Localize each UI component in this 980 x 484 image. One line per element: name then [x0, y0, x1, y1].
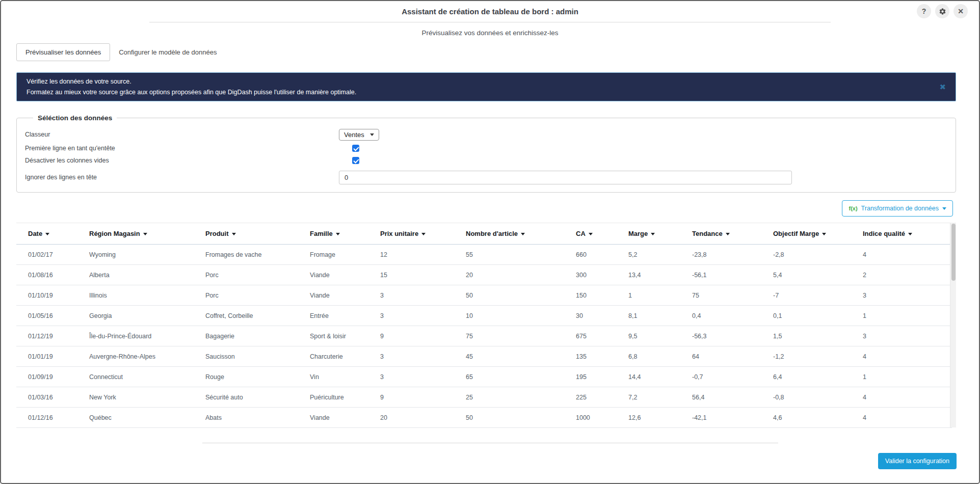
table-cell: 4 [851, 346, 952, 367]
table-cell: Île-du-Prince-Édouard [77, 326, 194, 346]
table-cell: 4 [851, 245, 952, 265]
fx-icon: f(x) [849, 205, 857, 211]
validate-configuration-button[interactable]: Valider la configuration [878, 453, 957, 469]
header-row-checkbox[interactable] [352, 145, 359, 152]
table-cell: 25 [454, 387, 564, 408]
table-row: 01/12/19Île-du-Prince-ÉdouardBagagerieSp… [16, 326, 952, 346]
column-header-label: Date [28, 230, 42, 237]
table-cell: 01/12/16 [16, 408, 77, 428]
table-cell: 3 [368, 346, 454, 367]
table-cell: 20 [368, 408, 454, 428]
table-cell: Fromage [298, 245, 368, 265]
table-cell: 195 [564, 367, 617, 387]
table-cell: 9 [368, 326, 454, 346]
classeur-select[interactable]: Ventes [339, 129, 379, 141]
help-button[interactable]: ? [917, 4, 931, 18]
tab-configure-model[interactable]: Configurer le modèle de données [110, 43, 225, 61]
table-cell: 7,2 [617, 387, 680, 408]
data-selection-legend: Séléction des données [33, 114, 117, 122]
disable-empty-checkbox[interactable] [352, 157, 359, 164]
column-header-label: Nombre d'article [466, 230, 518, 237]
column-header-3[interactable]: Produit [194, 223, 298, 245]
close-button[interactable]: ✕ [953, 4, 968, 18]
data-preview-table: DateRégion MagasinProduitFamillePrix uni… [16, 223, 952, 428]
column-menu-caret-icon [336, 233, 340, 235]
table-cell: 5,2 [617, 245, 680, 265]
data-selection-fieldset: Séléction des données Classeur Ventes Pr… [16, 114, 956, 193]
table-cell: 64 [680, 346, 761, 367]
column-header-8[interactable]: Marge [617, 223, 680, 245]
table-cell: -1,2 [761, 346, 851, 367]
skip-lines-label: Ignorer des lignes en tête [25, 174, 339, 181]
titlebar: Assistant de création de tableau de bord… [1, 1, 979, 22]
column-header-7[interactable]: CA [564, 223, 617, 245]
column-menu-caret-icon [232, 233, 236, 235]
table-cell: 6,4 [761, 367, 851, 387]
column-header-label: Marge [628, 230, 648, 237]
scrollbar-thumb[interactable] [951, 224, 956, 281]
question-icon: ? [922, 7, 926, 15]
vertical-scrollbar[interactable] [950, 223, 956, 427]
table-cell: 50 [454, 285, 564, 306]
table-cell: 5,4 [761, 265, 851, 285]
column-header-6[interactable]: Nombre d'article [454, 223, 564, 245]
table-cell: 9,5 [617, 326, 680, 346]
table-cell: 3 [368, 367, 454, 387]
table-cell: 660 [564, 245, 617, 265]
banner-close-button[interactable]: ✖ [939, 83, 946, 92]
table-cell: Charcuterie [298, 346, 368, 367]
settings-button[interactable] [935, 4, 949, 18]
table-cell: -7 [761, 285, 851, 306]
column-header-label: Région Magasin [89, 230, 140, 237]
column-header-label: Produit [205, 230, 229, 237]
table-cell: Sport & loisir [298, 326, 368, 346]
table-cell: 14,4 [617, 367, 680, 387]
table-cell: 4 [851, 387, 952, 408]
table-cell: 4 [851, 408, 952, 428]
classeur-select-value: Ventes [344, 131, 364, 139]
gear-icon [939, 8, 946, 15]
column-menu-caret-icon [521, 233, 525, 235]
column-header-2[interactable]: Région Magasin [77, 223, 194, 245]
table-row: 01/09/19ConnecticutRougeVin36519514,4-0,… [16, 367, 952, 387]
table-cell: 9 [368, 387, 454, 408]
table-cell: -2,8 [761, 245, 851, 265]
dialog-title: Assistant de création de tableau de bord… [1, 1, 979, 22]
table-cell: 45 [454, 346, 564, 367]
table-cell: 75 [454, 326, 564, 346]
column-header-11[interactable]: Indice qualité [851, 223, 952, 245]
skip-lines-input[interactable] [339, 171, 792, 184]
table-cell: 135 [564, 346, 617, 367]
table-cell: Coffret, Corbeille [194, 306, 298, 326]
wizard-dialog: Assistant de création de tableau de bord… [0, 0, 980, 484]
table-cell: 225 [564, 387, 617, 408]
column-header-5[interactable]: Prix unitaire [368, 223, 454, 245]
column-header-4[interactable]: Famille [298, 223, 368, 245]
table-cell: 01/01/19 [16, 346, 77, 367]
column-menu-caret-icon [726, 233, 730, 235]
table-row: 01/05/16GeorgiaCoffret, CorbeilleEntrée3… [16, 306, 952, 326]
table-cell: 01/05/16 [16, 306, 77, 326]
column-header-9[interactable]: Tendance [680, 223, 761, 245]
table-row: 01/03/16New YorkSécurité autoPuéricultur… [16, 387, 952, 408]
table-cell: 15 [368, 265, 454, 285]
bottom-divider [202, 443, 778, 443]
table-cell: 13,4 [617, 265, 680, 285]
column-header-10[interactable]: Objectif Marge [761, 223, 851, 245]
info-banner: Vérifiez les données de votre source. Fo… [16, 72, 956, 101]
header-row-option: Première ligne en tant qu'entête [25, 142, 947, 154]
table-cell: Sécurité auto [194, 387, 298, 408]
table-cell: Rouge [194, 367, 298, 387]
table-cell: 30 [564, 306, 617, 326]
tab-preview-data[interactable]: Prévisualiser les données [16, 43, 110, 61]
tab-bar: Prévisualiser les données Configurer le … [16, 43, 979, 61]
info-banner-text: Vérifiez les données de votre source. Fo… [27, 76, 356, 97]
transform-data-button[interactable]: f(x) Transformation de données [842, 200, 953, 217]
table-cell: Fromages de vache [194, 245, 298, 265]
table-cell: 01/12/19 [16, 326, 77, 346]
column-header-1[interactable]: Date [16, 223, 77, 245]
table-cell: 1 [617, 285, 680, 306]
table-cell: 0,4 [680, 306, 761, 326]
wizard-step-subtitle: Prévisualisez vos données et enrichissez… [1, 29, 979, 37]
table-cell: Entrée [298, 306, 368, 326]
